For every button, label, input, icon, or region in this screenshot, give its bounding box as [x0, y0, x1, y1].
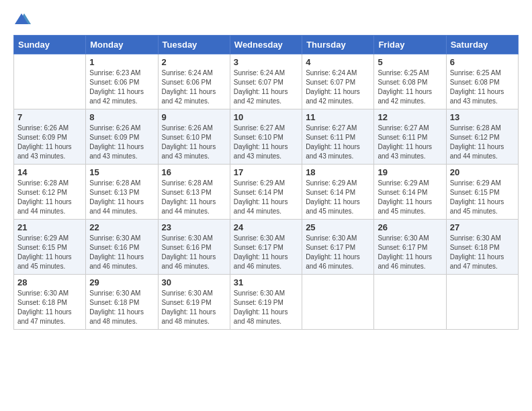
day-number: 2 — [162, 57, 226, 67]
day-info: Sunrise: 6:30 AMSunset: 6:17 PMDaylight:… — [234, 234, 298, 271]
day-number: 22 — [89, 222, 154, 232]
day-info: Sunrise: 6:30 AMSunset: 6:18 PMDaylight:… — [17, 289, 82, 326]
day-info: Sunrise: 6:30 AMSunset: 6:19 PMDaylight:… — [162, 289, 226, 326]
calendar-cell: 4Sunrise: 6:24 AMSunset: 6:07 PMDaylight… — [302, 54, 374, 109]
calendar-cell: 25Sunrise: 6:30 AMSunset: 6:17 PMDayligh… — [302, 220, 374, 275]
day-info: Sunrise: 6:28 AMSunset: 6:12 PMDaylight:… — [450, 124, 515, 161]
day-info: Sunrise: 6:30 AMSunset: 6:17 PMDaylight:… — [378, 234, 442, 271]
day-number: 24 — [234, 222, 298, 232]
calendar-header-row: SundayMondayTuesdayWednesdayThursdayFrid… — [14, 36, 519, 54]
day-number: 12 — [378, 112, 442, 122]
day-number: 23 — [162, 222, 226, 232]
day-number: 15 — [89, 167, 154, 177]
day-number: 26 — [378, 222, 442, 232]
calendar-cell: 30Sunrise: 6:30 AMSunset: 6:19 PMDayligh… — [158, 275, 230, 330]
day-number: 19 — [378, 167, 442, 177]
day-number: 13 — [450, 112, 515, 122]
day-number: 11 — [306, 112, 370, 122]
day-number: 16 — [162, 167, 226, 177]
header — [13, 11, 519, 27]
day-info: Sunrise: 6:28 AMSunset: 6:13 PMDaylight:… — [162, 179, 226, 216]
day-info: Sunrise: 6:28 AMSunset: 6:13 PMDaylight:… — [89, 179, 154, 216]
calendar-cell: 12Sunrise: 6:27 AMSunset: 6:11 PMDayligh… — [374, 109, 446, 165]
calendar-cell: 18Sunrise: 6:29 AMSunset: 6:14 PMDayligh… — [302, 165, 374, 220]
day-info: Sunrise: 6:26 AMSunset: 6:09 PMDaylight:… — [89, 124, 154, 161]
calendar-cell — [14, 54, 86, 109]
day-number: 7 — [17, 112, 82, 122]
calendar-cell: 23Sunrise: 6:30 AMSunset: 6:16 PMDayligh… — [158, 220, 230, 275]
header-cell-friday: Friday — [374, 36, 446, 54]
day-info: Sunrise: 6:28 AMSunset: 6:12 PMDaylight:… — [17, 179, 82, 216]
day-number: 27 — [450, 222, 515, 232]
calendar-cell: 5Sunrise: 6:25 AMSunset: 6:08 PMDaylight… — [374, 54, 446, 109]
calendar-week-4: 21Sunrise: 6:29 AMSunset: 6:15 PMDayligh… — [14, 220, 519, 275]
day-info: Sunrise: 6:26 AMSunset: 6:10 PMDaylight:… — [162, 124, 226, 161]
calendar-cell: 28Sunrise: 6:30 AMSunset: 6:18 PMDayligh… — [14, 275, 86, 330]
calendar-cell: 7Sunrise: 6:26 AMSunset: 6:09 PMDaylight… — [14, 109, 86, 165]
day-number: 14 — [17, 167, 82, 177]
calendar-cell: 9Sunrise: 6:26 AMSunset: 6:10 PMDaylight… — [158, 109, 230, 165]
day-number: 18 — [306, 167, 370, 177]
calendar-cell: 31Sunrise: 6:30 AMSunset: 6:19 PMDayligh… — [230, 275, 302, 330]
calendar-cell: 11Sunrise: 6:27 AMSunset: 6:11 PMDayligh… — [302, 109, 374, 165]
day-number: 6 — [450, 57, 515, 67]
day-number: 10 — [234, 112, 298, 122]
day-number: 28 — [17, 277, 82, 287]
day-number: 1 — [89, 57, 154, 67]
day-info: Sunrise: 6:27 AMSunset: 6:10 PMDaylight:… — [234, 124, 298, 161]
day-info: Sunrise: 6:29 AMSunset: 6:14 PMDaylight:… — [378, 179, 442, 216]
day-number: 21 — [17, 222, 82, 232]
calendar-cell: 29Sunrise: 6:30 AMSunset: 6:18 PMDayligh… — [86, 275, 158, 330]
calendar-cell — [302, 275, 374, 330]
day-info: Sunrise: 6:29 AMSunset: 6:14 PMDaylight:… — [306, 179, 370, 216]
calendar-cell: 17Sunrise: 6:29 AMSunset: 6:14 PMDayligh… — [230, 165, 302, 220]
logo-icon — [15, 11, 31, 27]
calendar-cell: 16Sunrise: 6:28 AMSunset: 6:13 PMDayligh… — [158, 165, 230, 220]
calendar-cell: 20Sunrise: 6:29 AMSunset: 6:15 PMDayligh… — [446, 165, 518, 220]
day-number: 4 — [306, 57, 370, 67]
day-info: Sunrise: 6:24 AMSunset: 6:07 PMDaylight:… — [234, 68, 298, 106]
day-number: 8 — [89, 112, 154, 122]
header-cell-monday: Monday — [86, 36, 158, 54]
day-number: 31 — [234, 277, 298, 287]
page: SundayMondayTuesdayWednesdayThursdayFrid… — [0, 0, 532, 340]
day-info: Sunrise: 6:30 AMSunset: 6:18 PMDaylight:… — [450, 234, 515, 271]
header-cell-thursday: Thursday — [302, 36, 374, 54]
calendar-cell: 27Sunrise: 6:30 AMSunset: 6:18 PMDayligh… — [446, 220, 518, 275]
calendar-cell: 15Sunrise: 6:28 AMSunset: 6:13 PMDayligh… — [86, 165, 158, 220]
day-info: Sunrise: 6:30 AMSunset: 6:17 PMDaylight:… — [306, 234, 370, 271]
day-number: 17 — [234, 167, 298, 177]
calendar-cell: 26Sunrise: 6:30 AMSunset: 6:17 PMDayligh… — [374, 220, 446, 275]
day-number: 29 — [89, 277, 154, 287]
calendar-cell: 10Sunrise: 6:27 AMSunset: 6:10 PMDayligh… — [230, 109, 302, 165]
day-number: 3 — [234, 57, 298, 67]
calendar-cell: 14Sunrise: 6:28 AMSunset: 6:12 PMDayligh… — [14, 165, 86, 220]
day-number: 25 — [306, 222, 370, 232]
calendar-cell: 21Sunrise: 6:29 AMSunset: 6:15 PMDayligh… — [14, 220, 86, 275]
day-info: Sunrise: 6:24 AMSunset: 6:06 PMDaylight:… — [162, 68, 226, 106]
calendar-cell: 19Sunrise: 6:29 AMSunset: 6:14 PMDayligh… — [374, 165, 446, 220]
day-info: Sunrise: 6:30 AMSunset: 6:16 PMDaylight:… — [89, 234, 154, 271]
calendar-cell — [374, 275, 446, 330]
day-info: Sunrise: 6:25 AMSunset: 6:08 PMDaylight:… — [450, 68, 515, 106]
header-cell-saturday: Saturday — [446, 36, 518, 54]
calendar-week-2: 7Sunrise: 6:26 AMSunset: 6:09 PMDaylight… — [14, 109, 519, 165]
day-number: 30 — [162, 277, 226, 287]
day-info: Sunrise: 6:26 AMSunset: 6:09 PMDaylight:… — [17, 124, 82, 161]
day-info: Sunrise: 6:29 AMSunset: 6:15 PMDaylight:… — [450, 179, 515, 216]
calendar-table: SundayMondayTuesdayWednesdayThursdayFrid… — [13, 35, 519, 330]
calendar-cell: 22Sunrise: 6:30 AMSunset: 6:16 PMDayligh… — [86, 220, 158, 275]
calendar-cell: 24Sunrise: 6:30 AMSunset: 6:17 PMDayligh… — [230, 220, 302, 275]
calendar-cell: 8Sunrise: 6:26 AMSunset: 6:09 PMDaylight… — [86, 109, 158, 165]
calendar-cell: 3Sunrise: 6:24 AMSunset: 6:07 PMDaylight… — [230, 54, 302, 109]
calendar-week-3: 14Sunrise: 6:28 AMSunset: 6:12 PMDayligh… — [14, 165, 519, 220]
calendar-cell: 13Sunrise: 6:28 AMSunset: 6:12 PMDayligh… — [446, 109, 518, 165]
day-info: Sunrise: 6:30 AMSunset: 6:18 PMDaylight:… — [89, 289, 154, 326]
calendar-week-1: 1Sunrise: 6:23 AMSunset: 6:06 PMDaylight… — [14, 54, 519, 109]
day-info: Sunrise: 6:27 AMSunset: 6:11 PMDaylight:… — [378, 124, 442, 161]
day-info: Sunrise: 6:23 AMSunset: 6:06 PMDaylight:… — [89, 68, 154, 106]
header-cell-tuesday: Tuesday — [158, 36, 230, 54]
day-number: 20 — [450, 167, 515, 177]
day-info: Sunrise: 6:30 AMSunset: 6:19 PMDaylight:… — [234, 289, 298, 326]
calendar-cell: 6Sunrise: 6:25 AMSunset: 6:08 PMDaylight… — [446, 54, 518, 109]
